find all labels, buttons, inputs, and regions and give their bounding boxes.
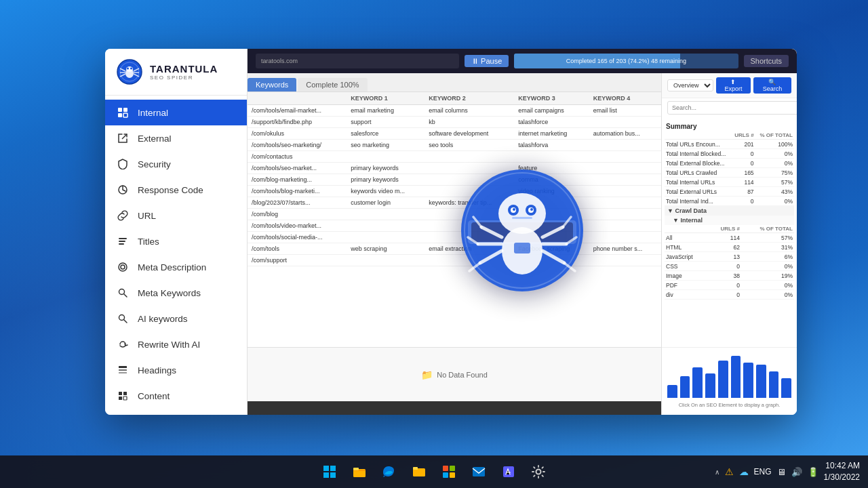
top-bar: taratools.com ⏸ Pause Completed 165 of 2… (248, 49, 797, 73)
table-cell-keyword (589, 220, 661, 232)
rewrite-with-ai-icon (116, 338, 130, 351)
table-row[interactable]: /com/tools/seo-marketing/seo marketingse… (248, 140, 661, 151)
internal-cell-pct: 57% (741, 233, 794, 243)
no-data-icon: 📁 (421, 369, 433, 380)
sidebar-item-internal[interactable]: Internal (105, 100, 247, 125)
table-row[interactable]: /com/tools/video-market... (248, 220, 661, 232)
summary-search-input[interactable] (667, 101, 797, 115)
sidebar-item-meta-keywords[interactable]: Meta Keywords (105, 280, 247, 306)
table-row[interactable]: /com/tools/blog-marketi...keywords video… (248, 186, 661, 197)
table-row[interactable]: /com/support (248, 255, 661, 266)
table-cell-keyword (347, 220, 425, 232)
logo-subtitle: SEO SPIDER (150, 75, 218, 81)
table-row[interactable]: /com/blog-marketing...primary keywordsco… (248, 174, 661, 186)
folder-button[interactable] (406, 458, 433, 485)
table-cell-keyword: salesforce (347, 128, 425, 140)
sidebar-item-headings-label: Headings (138, 365, 176, 375)
summary-cell-urls: 0 (731, 159, 755, 168)
col-keyword2: KEYWORD 2 (425, 92, 514, 105)
summary-cell-label: Total Internal Blocked... (665, 149, 731, 159)
export-button[interactable]: ⬆ Export (716, 77, 751, 94)
table-cell-keyword (347, 232, 425, 243)
sidebar-item-meta-description[interactable]: Meta Description (105, 254, 247, 280)
table-row[interactable]: /support/kb/findbe.phpsupportkbtalashfor… (248, 117, 661, 128)
table-row[interactable]: /com/tools/seo-market...primary keywords… (248, 163, 661, 174)
table-row[interactable]: /com/contactus (248, 151, 661, 163)
app-window: TARANTULA SEO SPIDER Internal External (105, 49, 797, 415)
svg-rect-32 (119, 396, 122, 400)
tab-keywords[interactable]: Keywords (248, 78, 296, 92)
svg-rect-29 (119, 372, 127, 373)
summary-panel: Overview ⬆ Export 🔍 Search Summary (661, 73, 797, 415)
tray-chevron[interactable]: ∧ (715, 468, 719, 476)
table-cell-keyword (347, 209, 425, 220)
summary-row: Total Internal Blocked...00% (665, 149, 794, 159)
edge-browser-button[interactable] (376, 458, 403, 485)
external-icon (116, 131, 130, 145)
svg-rect-27 (119, 366, 127, 368)
summary-cell-pct: 43% (755, 187, 794, 197)
table-cell-keyword (514, 209, 589, 220)
app6-button[interactable] (495, 458, 522, 485)
table-cell-keyword: email list (589, 105, 661, 117)
table-row[interactable]: /com/blog (248, 209, 661, 220)
sidebar-item-rewrite-with-ai[interactable]: Rewrite With AI (105, 331, 247, 357)
system-clock[interactable]: 10:42 AM 1/30/2022 (824, 460, 860, 483)
search-button[interactable]: 🔍 Search (753, 77, 791, 94)
chart-area: Click On an SEO Element to display a gra… (662, 347, 797, 415)
sidebar-item-security[interactable]: Security (105, 151, 247, 177)
titles-icon (116, 235, 130, 248)
svg-line-26 (124, 320, 127, 323)
table-cell-keyword (425, 232, 514, 243)
table-cell-keyword: email marketing (347, 105, 425, 117)
sidebar-item-ai-keywords[interactable]: AI keywords (105, 306, 247, 331)
start-button[interactable] (316, 458, 343, 485)
table-cell-url: /com/okulus (248, 128, 347, 140)
sidebar-item-images[interactable]: Images (105, 409, 247, 415)
summary-cell-pct: 0% (755, 149, 794, 159)
internal-row: HTML6231% (665, 243, 794, 252)
keywords-table[interactable]: KEYWORD 1 KEYWORD 2 KEYWORD 3 KEYWORD 4 … (248, 92, 661, 347)
table-row[interactable]: /blog/2023/07/starts...customer loginkey… (248, 197, 661, 209)
internal-summary-table: URLS # % OF TOTAL All11457%HTML6231%Java… (665, 225, 794, 300)
sidebar-item-external[interactable]: External (105, 125, 247, 151)
sidebar-item-headings[interactable]: Headings (105, 357, 247, 383)
chart-bar (680, 376, 690, 399)
svg-rect-12 (118, 108, 122, 112)
sidebar-item-titles[interactable]: Titles (105, 228, 247, 254)
internal-subsection-header[interactable]: ▼ Internal (665, 216, 794, 225)
tab-complete[interactable]: Complete 100% (298, 78, 367, 92)
internal-icon (116, 106, 130, 119)
file-explorer-button[interactable] (346, 458, 373, 485)
sum-col-label (665, 131, 731, 140)
pause-button[interactable]: ⏸ Pause (465, 55, 509, 67)
svg-rect-33 (123, 396, 127, 400)
overview-select[interactable]: Overview (667, 79, 713, 92)
sidebar-logo: TARANTULA SEO SPIDER (105, 49, 247, 96)
sidebar-item-meta-description-label: Meta Description (138, 262, 206, 272)
table-cell-keyword (347, 255, 425, 266)
tray-volume-icon: 🔊 (791, 467, 802, 477)
sidebar-item-response-code[interactable]: Response Code (105, 177, 247, 203)
mail-button[interactable] (465, 458, 492, 485)
table-cell-keyword: support (347, 117, 425, 128)
table-cell-keyword: customer login (347, 197, 425, 209)
table-cell-url: /com/tools (248, 243, 347, 255)
table-row[interactable]: /com/tools/social-media-... (248, 232, 661, 243)
summary-cell-urls: 0 (731, 197, 755, 206)
crawl-data-header[interactable]: ▼ Crawl Data (665, 206, 794, 216)
sidebar-item-content[interactable]: Content (105, 383, 247, 409)
ms-store-button[interactable] (435, 458, 462, 485)
svg-point-11 (130, 68, 132, 70)
table-cell-keyword: phone number s... (589, 243, 661, 255)
sidebar-item-url[interactable]: URL (105, 203, 247, 228)
internal-cell-label: JavaScript (665, 252, 709, 262)
status-bar (248, 401, 661, 415)
table-row[interactable]: /com/toolsweb scrapingemail extractionFa… (248, 243, 661, 255)
table-cell-url: /com/support (248, 255, 347, 266)
shortcuts-button[interactable]: Shortcuts (744, 55, 789, 67)
table-row[interactable]: /com/tools/email-market...email marketin… (248, 105, 661, 117)
settings-button[interactable] (525, 458, 552, 485)
table-row[interactable]: /com/okulussalesforcesoftware developmen… (248, 128, 661, 140)
table-cell-keyword (589, 209, 661, 220)
